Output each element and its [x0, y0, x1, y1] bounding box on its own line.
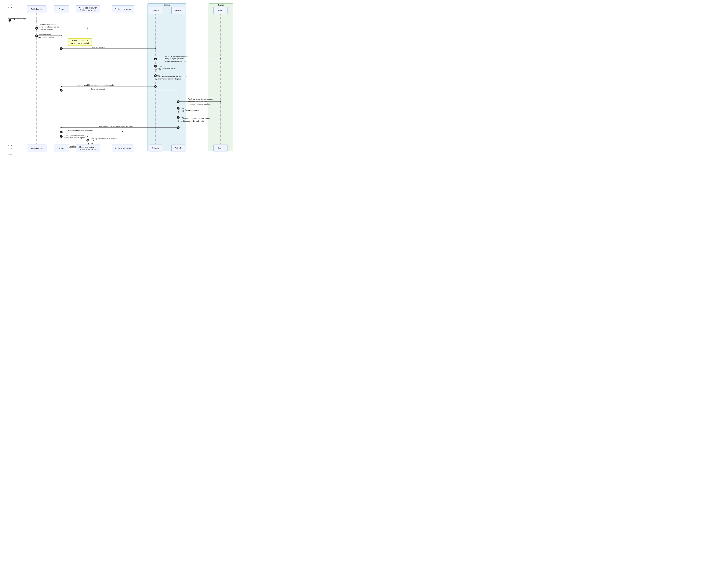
step-10-circle: 10	[177, 100, 180, 103]
step-7-circle: 7	[154, 74, 157, 77]
step-14-circle: 14	[60, 131, 62, 133]
svg-marker-9	[36, 20, 37, 21]
buyers-label: Buyers	[209, 4, 233, 6]
step-12-circle: 12	[177, 116, 180, 119]
svg-marker-11	[87, 27, 89, 29]
step-15-circle: 15	[60, 135, 62, 138]
step-4-label: Send bid request	[91, 46, 105, 48]
step-13-label: Respond with bid and component auction c…	[99, 125, 137, 127]
step-5-circle: 5	[154, 58, 157, 60]
seller-b-box-top: Seller B	[172, 7, 185, 14]
step-3-label: Load Prebid and start header bidding	[38, 33, 54, 39]
step-7-label: Construct component auction config and i…	[158, 75, 187, 80]
svg-marker-21	[60, 86, 62, 87]
step-12-label: Construct component auction config and i…	[181, 117, 210, 122]
step-11-circle: 11	[177, 107, 180, 110]
client-lib-box-top: Client-side library for Publisher ad ser…	[76, 5, 100, 13]
client-lib-box-bottom: Client-side library for Publisher ad ser…	[76, 145, 100, 152]
svg-marker-29	[60, 127, 62, 128]
prebid-box-bottom: Prebid	[54, 145, 69, 152]
publisher-site-box-bottom: Publisher site	[27, 145, 47, 152]
step-5-label: Fetch bid for contextual auction and per…	[165, 55, 190, 62]
step-4-circle: 4	[60, 47, 62, 50]
step-6-circle: 6	[154, 65, 157, 68]
seller-b-box-bottom: Seller B	[172, 145, 185, 152]
diagram-container: Sellers Buyers	[0, 0, 235, 156]
seller-a-box-bottom: Seller A	[149, 145, 162, 152]
step-8-circle: 8	[154, 85, 157, 88]
step-16-circle: 16	[86, 139, 89, 142]
diagram-svg	[0, 0, 235, 156]
step-11-label: Run contextual auction	[181, 109, 199, 111]
svg-marker-31	[122, 131, 124, 132]
step-16-label: Run top-level contextual auction	[91, 138, 116, 140]
step-14-label: Submit contextual auction bids	[68, 130, 93, 132]
prebid-box-top: Prebid	[54, 5, 69, 13]
step-2-circle: 2	[35, 27, 38, 30]
step-3-circle: 3	[35, 34, 38, 37]
step-13-circle: 13	[177, 126, 180, 129]
svg-marker-13	[61, 35, 62, 36]
buyers-box-top: Buyers	[213, 7, 228, 14]
seller-a-box-top: Seller A	[149, 7, 162, 14]
note-box: Steps 4-8 and 9-13 are running in parall…	[68, 38, 92, 46]
step-1-label: Visit publisher page	[10, 18, 26, 20]
publisher-ad-server-box-top: Publisher ad server	[112, 5, 134, 13]
step-2-label: Load client-side library for the publish…	[38, 23, 59, 31]
svg-marker-33	[87, 136, 89, 137]
step-15-label: Share component auction configs with buy…	[64, 134, 85, 139]
user-figure-top: ◯ ⎯⎯ ⎮ ⎮ User	[6, 3, 14, 19]
step-10-label: Fetch bid for contextual auction and per…	[188, 98, 213, 105]
step-9-label: Send bid request	[91, 88, 105, 90]
sellers-label: Sellers	[148, 4, 186, 6]
step-9-circle: 9	[60, 89, 62, 92]
buyers-region	[209, 3, 233, 151]
buyers-box-bottom: Buyers	[213, 145, 228, 152]
publisher-ad-server-box-bottom: Publisher ad server	[112, 145, 134, 152]
step-6-label: Run contextual auction	[158, 67, 177, 69]
step-8-label: Respond with bid and component auction c…	[76, 84, 114, 86]
user-figure-bottom: ◯ ⎯⎯ ⎮ ⎮ User	[6, 144, 14, 156]
publisher-site-box-top: Publisher site	[27, 5, 47, 13]
